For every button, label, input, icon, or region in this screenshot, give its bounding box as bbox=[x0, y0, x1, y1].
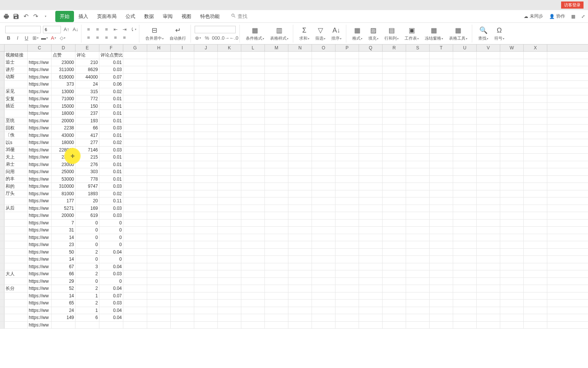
cell[interactable] bbox=[406, 139, 430, 146]
cell[interactable] bbox=[430, 168, 453, 175]
cell[interactable] bbox=[430, 322, 453, 329]
cell[interactable] bbox=[218, 300, 241, 307]
cell[interactable]: 8629 bbox=[75, 66, 99, 73]
cell[interactable]: 0.01 bbox=[99, 132, 123, 139]
cell[interactable] bbox=[288, 183, 312, 190]
cell[interactable] bbox=[218, 168, 241, 175]
cell[interactable] bbox=[430, 278, 453, 285]
cell[interactable]: 0 bbox=[99, 220, 123, 227]
cell[interactable] bbox=[312, 307, 335, 314]
cell[interactable] bbox=[312, 314, 335, 321]
cell[interactable] bbox=[147, 95, 171, 102]
cell[interactable] bbox=[218, 285, 241, 292]
cell[interactable]: 至统 bbox=[4, 117, 28, 125]
spreadsheet-grid[interactable]: CDEFGHIJKLMNOPQRSTUVWX 视频链接点赞评论评论点赞比追士ht… bbox=[0, 45, 588, 368]
cell[interactable] bbox=[288, 241, 312, 248]
cell[interactable] bbox=[453, 300, 477, 307]
cell[interactable] bbox=[430, 292, 453, 300]
cell[interactable] bbox=[123, 300, 147, 307]
cell[interactable]: 0.04 bbox=[99, 307, 123, 314]
cell[interactable] bbox=[265, 81, 288, 88]
cell[interactable]: 43000 bbox=[52, 132, 75, 139]
cell[interactable] bbox=[194, 190, 218, 197]
cell[interactable] bbox=[241, 234, 265, 241]
cell[interactable] bbox=[406, 307, 430, 314]
cell[interactable] bbox=[147, 183, 171, 190]
cell[interactable]: https://ww bbox=[28, 154, 52, 161]
cell[interactable] bbox=[312, 110, 335, 117]
cell[interactable] bbox=[500, 205, 524, 212]
cell[interactable] bbox=[218, 183, 241, 190]
cell[interactable]: 追士 bbox=[4, 59, 28, 66]
cell[interactable] bbox=[312, 95, 335, 102]
print-icon[interactable] bbox=[3, 13, 10, 20]
cell[interactable] bbox=[524, 256, 547, 263]
cell[interactable] bbox=[312, 322, 335, 329]
row-header[interactable] bbox=[0, 168, 4, 175]
cell[interactable] bbox=[500, 110, 524, 117]
cell[interactable] bbox=[383, 270, 406, 277]
cell[interactable] bbox=[524, 307, 547, 314]
cell[interactable] bbox=[288, 125, 312, 132]
cell[interactable] bbox=[241, 256, 265, 263]
cell[interactable] bbox=[171, 66, 194, 73]
cell[interactable]: 0.07 bbox=[99, 74, 123, 81]
cell[interactable] bbox=[265, 227, 288, 234]
cell[interactable] bbox=[4, 234, 28, 241]
cell[interactable] bbox=[4, 300, 28, 307]
cell[interactable] bbox=[335, 300, 359, 307]
cell[interactable] bbox=[123, 154, 147, 161]
cell[interactable] bbox=[123, 147, 147, 154]
cell[interactable]: 0 bbox=[99, 234, 123, 241]
cell[interactable] bbox=[288, 285, 312, 292]
cell[interactable]: 0.01 bbox=[99, 168, 123, 175]
cell[interactable] bbox=[524, 125, 547, 132]
cell[interactable]: 0 bbox=[75, 234, 99, 241]
cell[interactable] bbox=[359, 234, 383, 241]
cell[interactable]: 回权 bbox=[4, 125, 28, 132]
cell[interactable] bbox=[453, 220, 477, 227]
cell[interactable] bbox=[406, 300, 430, 307]
cell[interactable] bbox=[218, 190, 241, 197]
decrease-font-icon[interactable]: A↓ bbox=[72, 26, 79, 33]
cell[interactable] bbox=[477, 220, 500, 227]
ribbon-tab-5[interactable]: 审阅 bbox=[158, 11, 177, 22]
cell[interactable] bbox=[500, 161, 524, 168]
cell[interactable] bbox=[430, 52, 453, 59]
cell[interactable] bbox=[406, 117, 430, 125]
cell[interactable] bbox=[406, 197, 430, 205]
cell[interactable]: https://ww bbox=[28, 314, 52, 321]
cell[interactable] bbox=[123, 278, 147, 285]
row-col-button[interactable]: ▤行和列 bbox=[382, 26, 401, 41]
row-header[interactable] bbox=[0, 176, 4, 183]
cell[interactable] bbox=[194, 59, 218, 66]
cell[interactable] bbox=[383, 292, 406, 300]
cell[interactable] bbox=[430, 205, 453, 212]
cell[interactable]: 315 bbox=[75, 88, 99, 95]
cell[interactable] bbox=[218, 322, 241, 329]
cell[interactable] bbox=[265, 88, 288, 95]
cell[interactable]: 0 bbox=[75, 227, 99, 234]
font-color-button[interactable]: A bbox=[50, 35, 57, 42]
cell[interactable] bbox=[123, 95, 147, 102]
column-header[interactable] bbox=[4, 45, 28, 51]
cell[interactable] bbox=[453, 81, 477, 88]
format-button[interactable]: ▦格式 bbox=[350, 26, 365, 41]
cell[interactable]: 14 bbox=[52, 234, 75, 241]
cell[interactable] bbox=[383, 190, 406, 197]
cell[interactable] bbox=[241, 132, 265, 139]
cell[interactable] bbox=[335, 270, 359, 277]
cell[interactable] bbox=[312, 168, 335, 175]
cell[interactable] bbox=[524, 241, 547, 248]
cell[interactable] bbox=[453, 110, 477, 117]
cell[interactable]: 619000 bbox=[52, 74, 75, 81]
cell[interactable] bbox=[524, 95, 547, 102]
cell[interactable]: 2 bbox=[75, 285, 99, 292]
row-header[interactable] bbox=[0, 234, 4, 241]
cell[interactable] bbox=[383, 139, 406, 146]
cell[interactable] bbox=[123, 285, 147, 292]
cell[interactable] bbox=[147, 110, 171, 117]
cell[interactable] bbox=[218, 117, 241, 125]
cell[interactable]: 2 bbox=[75, 300, 99, 307]
cell[interactable] bbox=[453, 278, 477, 285]
